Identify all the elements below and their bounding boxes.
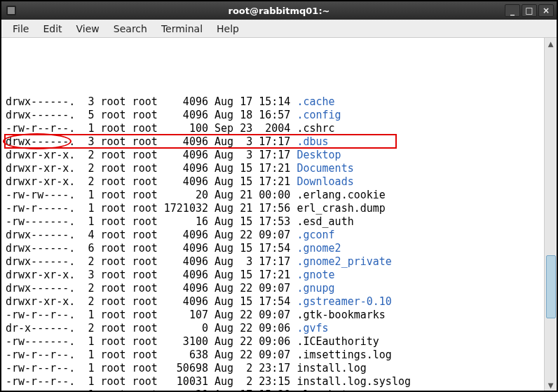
close-button[interactable]: ×	[538, 4, 554, 17]
menu-file[interactable]: File	[6, 23, 36, 34]
ls-row: -rw-r--r--. 1 root root 638 Aug 22 09:07…	[6, 349, 541, 362]
filename: .erlang.cookie	[297, 189, 385, 201]
ls-row: -rw-r--r--. 1 root root 10031 Aug 2 23:1…	[6, 375, 541, 388]
menu-edit[interactable]: Edit	[36, 23, 69, 34]
menu-help[interactable]: Help	[210, 23, 246, 34]
filename: .lesshst	[297, 388, 347, 391]
filename: .dbus	[297, 135, 328, 148]
minimize-button[interactable]: _	[505, 4, 520, 17]
filename: .gnome2_private	[297, 255, 391, 268]
filename: .gconf	[297, 229, 334, 241]
filename: .gnote	[297, 269, 334, 281]
menu-view[interactable]: View	[69, 23, 107, 34]
ls-row: -rw-------. 1 root root 39 Aug 17 15:28 …	[6, 388, 541, 391]
filename: .config	[297, 109, 341, 121]
ls-row: drwx------. 6 root root 4096 Aug 15 17:5…	[6, 242, 541, 255]
ls-row: -rw-rw----. 1 root root 20 Aug 21 00:00 …	[6, 189, 541, 202]
scroll-thumb[interactable]	[546, 255, 556, 318]
ls-row: dr-x------. 2 root root 0 Aug 22 09:06 .…	[6, 322, 541, 335]
menu-terminal[interactable]: Terminal	[154, 23, 210, 34]
filename: .imsettings.log	[297, 349, 391, 361]
filename: erl_crash.dump	[297, 202, 385, 215]
menu-search[interactable]: Search	[107, 23, 154, 34]
menubar: File Edit View Search Terminal Help	[1, 20, 557, 38]
terminal-output[interactable]: drwx------. 3 root root 4096 Aug 17 15:1…	[1, 38, 544, 391]
filename: Desktop	[297, 149, 341, 161]
ls-row: -rw-r--r--. 1 root root 100 Sep 23 2004 …	[6, 122, 541, 135]
ls-row: drwxr-xr-x. 2 root root 4096 Aug 15 17:2…	[6, 175, 541, 189]
filename: .ICEauthority	[297, 335, 379, 348]
scroll-up-arrow-icon[interactable]: ▲	[545, 38, 557, 49]
window-controls: _ □ ×	[505, 4, 557, 17]
ls-row: -rw-------. 1 root root 16 Aug 15 17:53 …	[6, 215, 541, 229]
ls-row: -rw-r-----. 1 root root 1721032 Aug 21 1…	[6, 202, 541, 215]
filename: .cshrc	[297, 122, 334, 135]
terminal-app-icon	[6, 5, 17, 16]
scrollbar[interactable]: ▲ ▼	[544, 38, 557, 391]
filename: .gvfs	[297, 322, 328, 334]
filename: install.log.syslog	[297, 375, 411, 388]
filename: install.log	[297, 362, 366, 374]
filename: .esd_auth	[297, 215, 353, 228]
ls-row: drwxr-xr-x. 2 root root 4096 Aug 3 17:17…	[6, 149, 541, 162]
filename: .cache	[297, 95, 334, 108]
filename: .gtk-bookmarks	[297, 309, 385, 321]
filename: .gstreamer-0.10	[297, 295, 391, 308]
ls-row: drwx------. 4 root root 4096 Aug 22 09:0…	[6, 229, 541, 242]
filename: .gnome2	[297, 242, 341, 255]
ls-row: drwx------. 2 root root 4096 Aug 22 09:0…	[6, 282, 541, 295]
filename: Downloads	[297, 175, 353, 188]
ls-row: drwx------. 5 root root 4096 Aug 18 16:5…	[6, 109, 541, 122]
filename: .gnupg	[297, 282, 334, 295]
ls-row: -rw-------. 1 root root 3100 Aug 22 09:0…	[6, 335, 541, 349]
ls-row: drwx------. 2 root root 4096 Aug 3 17:17…	[6, 255, 541, 269]
ls-row: drwx------. 3 root root 4096 Aug 17 15:1…	[6, 95, 541, 109]
maximize-button[interactable]: □	[522, 4, 537, 17]
svg-rect-1	[8, 7, 15, 14]
ls-row: drwxr-xr-x. 3 root root 4096 Aug 15 17:2…	[6, 269, 541, 282]
window-title: root@rabbitmq01:~	[229, 6, 330, 16]
ls-row: -rw-r--r--. 1 root root 50698 Aug 2 23:1…	[6, 362, 541, 375]
ls-row: drwx------. 3 root root 4096 Aug 3 17:17…	[6, 135, 541, 149]
filename: Documents	[297, 162, 353, 175]
titlebar: root@rabbitmq01:~ _ □ ×	[1, 1, 557, 20]
ls-row: -rw-r--r--. 1 root root 107 Aug 22 09:07…	[6, 309, 541, 322]
ls-row: drwxr-xr-x. 2 root root 4096 Aug 15 17:2…	[6, 162, 541, 175]
ls-row: drwxr-xr-x. 2 root root 4096 Aug 15 17:5…	[6, 295, 541, 309]
scroll-down-arrow-icon[interactable]: ▼	[545, 379, 557, 391]
